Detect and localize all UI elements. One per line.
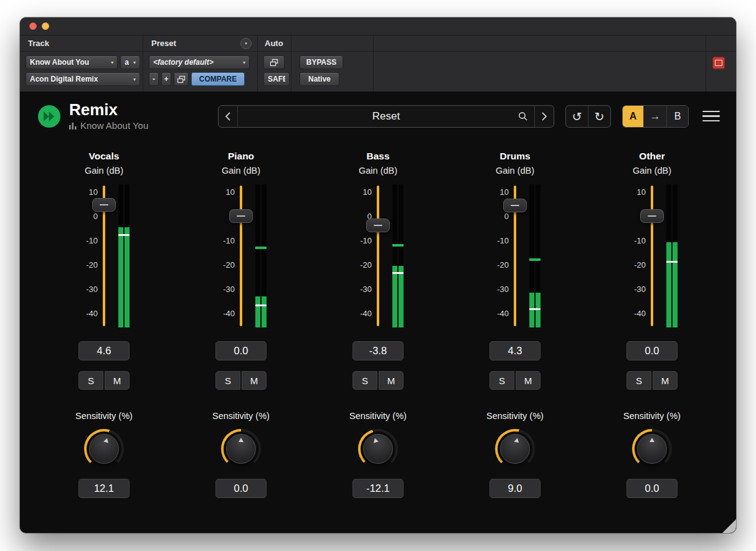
- knob-pointer: [650, 438, 654, 442]
- scale-tick-label: 10: [89, 187, 98, 196]
- gain-value[interactable]: -3.8: [352, 341, 404, 360]
- menu-button[interactable]: [702, 108, 720, 125]
- knob-body: [89, 434, 119, 464]
- close-button[interactable]: [29, 22, 37, 30]
- solo-button[interactable]: S: [489, 371, 514, 390]
- auto-copy-button[interactable]: [263, 55, 285, 69]
- ab-copy-button[interactable]: →: [643, 106, 667, 127]
- preset-minus-button[interactable]: -: [149, 72, 159, 86]
- redo-button[interactable]: ↻: [588, 106, 610, 127]
- chevron-down-icon: ▾: [240, 60, 245, 65]
- gain-fader-handle[interactable]: [366, 219, 390, 232]
- remix-logo-icon: [37, 105, 61, 128]
- preset-bar: Reset: [218, 105, 554, 128]
- window-pane-icon: [715, 60, 722, 66]
- mute-button[interactable]: M: [242, 371, 267, 390]
- resize-grip[interactable]: [722, 519, 736, 533]
- level-meter: [666, 184, 678, 327]
- sensitivity-value[interactable]: 9.0: [489, 479, 541, 498]
- compare-button[interactable]: COMPARE: [191, 72, 245, 86]
- knob-body: [363, 434, 393, 464]
- native-button[interactable]: Native: [300, 72, 339, 86]
- track-section-label: Track: [28, 39, 49, 48]
- gain-fader-handle[interactable]: [229, 209, 253, 223]
- plugin-window: Track Know About You ▾ a ▾ Acon Digital …: [20, 17, 736, 533]
- scale-tick-label: -30: [86, 284, 98, 293]
- scale-tick-label: -20: [223, 260, 235, 269]
- gain-fader-area: 100-10-20-30-40: [35, 184, 172, 327]
- track-selector[interactable]: Know About You ▾: [26, 55, 118, 69]
- track-letter-selector[interactable]: a ▾: [120, 55, 140, 69]
- scale-tick-label: -10: [86, 235, 98, 245]
- meter-peak-line: [529, 308, 541, 310]
- solo-button[interactable]: S: [215, 371, 240, 390]
- preset-name-field[interactable]: Reset: [238, 106, 534, 127]
- preset-menu-icon[interactable]: ▾: [240, 38, 252, 49]
- preset-copy-button[interactable]: [174, 72, 189, 86]
- gain-fader-handle[interactable]: [92, 198, 116, 212]
- meter-peak-line: [118, 234, 130, 236]
- bypass-button[interactable]: BYPASS: [300, 55, 343, 69]
- meter-peak-hold: [529, 258, 541, 261]
- gain-value[interactable]: 4.6: [78, 341, 130, 360]
- mute-button[interactable]: M: [379, 371, 404, 390]
- channel-name: Vocals: [89, 151, 120, 162]
- knob-pointer: [239, 438, 243, 442]
- ab-switch-group: A → B: [622, 105, 689, 128]
- solo-mute-group: S M: [489, 371, 541, 390]
- scale-tick-label: -40: [360, 308, 372, 318]
- solo-button[interactable]: S: [78, 371, 103, 390]
- sensitivity-knob[interactable]: [632, 429, 672, 469]
- sensitivity-knob[interactable]: [84, 429, 124, 469]
- gain-label: Gain (dB): [496, 166, 534, 176]
- safe-button[interactable]: SAFE: [263, 72, 290, 86]
- daw-plugin-toolbar: Track Know About You ▾ a ▾ Acon Digital …: [20, 35, 736, 92]
- scale-tick-label: -20: [86, 260, 98, 269]
- gain-fader-handle[interactable]: [640, 209, 664, 223]
- scale-tick-label: -30: [634, 284, 646, 293]
- solo-mute-group: S M: [626, 371, 678, 390]
- gain-value[interactable]: 4.3: [489, 341, 541, 360]
- undo-redo-group: ↺ ↻: [565, 105, 611, 128]
- gain-label: Gain (dB): [85, 166, 123, 176]
- solo-button[interactable]: S: [626, 371, 651, 390]
- ab-b-button[interactable]: B: [667, 106, 688, 127]
- channel-name: Piano: [228, 151, 254, 162]
- sensitivity-value[interactable]: 0.0: [215, 479, 267, 498]
- fader-track[interactable]: [377, 186, 379, 326]
- fader-track[interactable]: [651, 186, 653, 326]
- mute-button[interactable]: M: [516, 371, 541, 390]
- solo-button[interactable]: S: [352, 371, 377, 390]
- gain-fader-handle[interactable]: [503, 199, 527, 212]
- meter-peak-hold: [255, 247, 267, 249]
- chevron-down-icon: ▾: [108, 60, 113, 65]
- preset-next-button[interactable]: [534, 106, 554, 127]
- mute-button[interactable]: M: [105, 371, 130, 390]
- preset-plus-button[interactable]: +: [161, 72, 171, 86]
- minimize-button[interactable]: [42, 22, 49, 30]
- scale-tick-label: -10: [360, 235, 372, 245]
- track-name-subtitle: Know About You: [80, 120, 148, 131]
- mute-button[interactable]: M: [653, 371, 678, 390]
- gain-value[interactable]: 0.0: [215, 341, 267, 360]
- ab-a-button[interactable]: A: [623, 106, 643, 127]
- sensitivity-knob[interactable]: [358, 429, 398, 469]
- window-titlebar[interactable]: [20, 17, 736, 35]
- target-window-button[interactable]: [712, 57, 725, 69]
- search-icon[interactable]: [518, 111, 528, 121]
- undo-button[interactable]: ↺: [566, 106, 588, 127]
- sensitivity-knob[interactable]: [221, 429, 261, 469]
- sensitivity-value[interactable]: 12.1: [78, 479, 130, 498]
- chevron-down-icon: ▾: [131, 77, 136, 82]
- knob-body: [226, 434, 256, 464]
- scale-tick-label: -40: [497, 308, 509, 318]
- preset-selector[interactable]: <factory default> ▾: [149, 55, 250, 69]
- chevron-left-icon: [224, 111, 232, 121]
- gain-value[interactable]: 0.0: [626, 341, 678, 360]
- sensitivity-value[interactable]: -12.1: [352, 479, 404, 498]
- insert-selector[interactable]: Acon Digital Remix ▾: [26, 72, 140, 86]
- preset-prev-button[interactable]: [219, 106, 238, 127]
- sensitivity-value[interactable]: 0.0: [626, 479, 678, 498]
- fader-track[interactable]: [240, 186, 242, 326]
- sensitivity-knob[interactable]: [495, 429, 535, 469]
